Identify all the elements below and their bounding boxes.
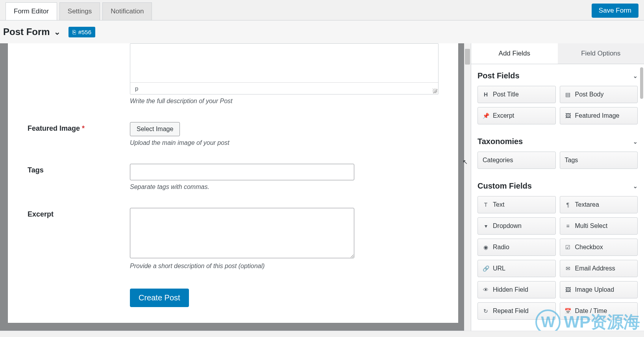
tab-form-editor[interactable]: Form Editor (6, 2, 57, 20)
section-taxonomies[interactable]: Taxonomies ⌄ (471, 130, 644, 152)
featured-image-label: Featured Image * (28, 122, 130, 133)
chevron-down-icon: ⌄ (633, 139, 638, 145)
excerpt-help: Provide a short description of this post… (130, 263, 439, 270)
image-icon: 🖼 (565, 113, 571, 119)
create-post-button[interactable]: Create Post (130, 289, 189, 307)
form-canvas-area: p Write the full description of your Pos… (0, 43, 471, 337)
list-icon: ≡ (565, 223, 571, 229)
paragraph-icon: ¶ (565, 202, 571, 208)
tags-input[interactable] (130, 164, 354, 180)
field-featured-image[interactable]: 🖼Featured Image (560, 107, 638, 124)
pin-icon: 📌 (483, 113, 489, 119)
section-title: Taxonomies (477, 137, 523, 146)
field-tags[interactable]: Tags (560, 152, 638, 169)
image-icon: 🖼 (565, 287, 571, 293)
sidebar: Add Fields Field Options Post Fields ⌄ H… (471, 43, 644, 337)
chevron-down-icon: ⌄ (633, 183, 638, 189)
post-body-editor[interactable]: p (130, 43, 439, 94)
post-body-help: Write the full description of your Post (130, 98, 439, 105)
top-tabs: Form Editor Settings Notification Save F… (0, 0, 644, 20)
field-url[interactable]: 🔗URL (477, 260, 556, 277)
field-repeat[interactable]: ↻Repeat Field (477, 302, 556, 320)
section-title: Post Fields (477, 71, 520, 80)
tab-add-fields[interactable]: Add Fields (471, 43, 558, 64)
section-post-fields[interactable]: Post Fields ⌄ (471, 64, 644, 86)
link-icon: 🔗 (483, 265, 489, 272)
heading-icon: H (483, 91, 489, 98)
field-image-upload[interactable]: 🖼Image Upload (560, 281, 638, 298)
sidebar-scrollbar-thumb[interactable] (640, 67, 643, 99)
calendar-icon: 📅 (565, 308, 571, 314)
form-title[interactable]: Post Form ⌄ (3, 26, 61, 37)
radio-icon: ◉ (483, 244, 489, 250)
field-radio[interactable]: ◉Radio (477, 239, 556, 256)
chevron-down-icon: ⌄ (54, 27, 61, 37)
tab-notification[interactable]: Notification (102, 2, 152, 20)
rte-path: p (135, 85, 138, 92)
field-checkbox[interactable]: ☑Checkbox (560, 239, 638, 256)
field-multi-select[interactable]: ≡Multi Select (560, 217, 638, 235)
field-excerpt[interactable]: 📌Excerpt (477, 107, 556, 124)
chevron-down-icon: ⌄ (633, 73, 638, 79)
dropdown-icon: ▾ (483, 223, 489, 229)
repeat-icon: ↻ (483, 308, 489, 314)
excerpt-input[interactable] (130, 208, 354, 258)
field-email[interactable]: ✉Email Address (560, 260, 638, 277)
scrollbar-thumb[interactable] (465, 49, 470, 65)
horizontal-scrollbar[interactable] (0, 331, 644, 337)
text-icon: T (483, 202, 489, 208)
canvas-scrollbar[interactable] (464, 43, 471, 337)
copy-icon: ⎘ (72, 29, 76, 35)
featured-image-help: Upload the main image of your post (130, 139, 439, 146)
field-text[interactable]: TText (477, 196, 556, 213)
section-title: Custom Fields (477, 181, 532, 191)
tags-label: Tags (28, 164, 130, 174)
email-icon: ✉ (565, 265, 571, 272)
field-date-time[interactable]: 📅Date / Time (560, 302, 638, 320)
hidden-icon: 👁 (483, 287, 489, 293)
section-custom-fields[interactable]: Custom Fields ⌄ (471, 174, 644, 196)
form-id-badge[interactable]: ⎘ #556 (68, 27, 95, 37)
tab-field-options[interactable]: Field Options (558, 43, 644, 64)
checkbox-icon: ☑ (565, 244, 571, 250)
field-hidden[interactable]: 👁Hidden Field (477, 281, 556, 298)
field-textarea[interactable]: ¶Textarea (560, 196, 638, 213)
form-title-text: Post Form (3, 26, 50, 37)
field-dropdown[interactable]: ▾Dropdown (477, 217, 556, 235)
form-id-text: #556 (78, 29, 91, 35)
form-header: Post Form ⌄ ⎘ #556 (0, 20, 644, 43)
select-image-button[interactable]: Select Image (130, 122, 180, 136)
field-categories[interactable]: Categories (477, 152, 556, 169)
field-post-title[interactable]: HPost Title (477, 86, 556, 103)
resize-handle-icon[interactable] (433, 89, 437, 93)
excerpt-label: Excerpt (28, 208, 130, 218)
field-post-body[interactable]: ▤Post Body (560, 86, 638, 103)
document-icon: ▤ (565, 91, 571, 98)
required-asterisk: * (82, 124, 85, 132)
tab-settings[interactable]: Settings (59, 2, 100, 20)
tags-help: Separate tags with commas. (130, 183, 439, 191)
save-form-button[interactable]: Save Form (592, 4, 638, 18)
